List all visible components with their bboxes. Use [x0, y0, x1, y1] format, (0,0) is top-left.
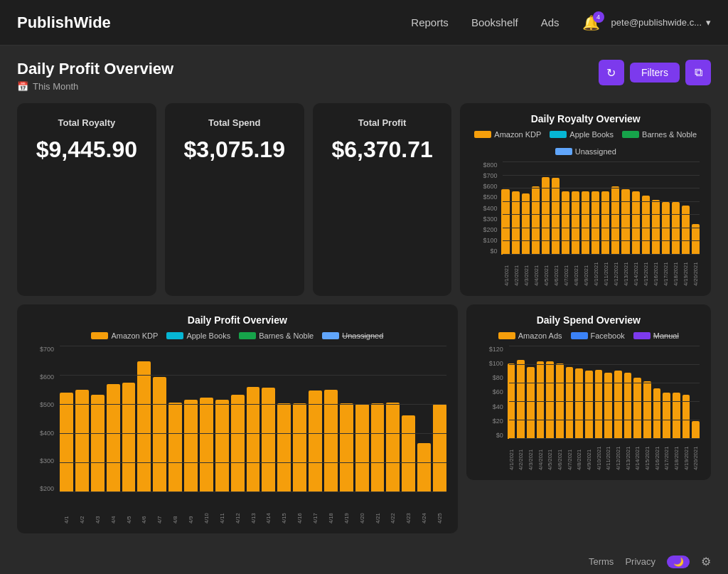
- spend-x-label: 4/14/2021: [633, 442, 641, 470]
- spend-legend-facebook: Facebook: [571, 331, 625, 340]
- nav-reports[interactable]: Reports: [411, 16, 449, 28]
- spend-y-axis: $120 $100 $80 $60 $40 $20 $0: [478, 346, 506, 439]
- spend-bar: [556, 363, 564, 439]
- spend-bar: [585, 371, 593, 439]
- spend-bar-group: [682, 346, 690, 439]
- profit-bar-group: [231, 346, 245, 492]
- profit-legend-label-barnes: Barnes & Noble: [259, 331, 314, 340]
- page-title-group: Daily Profit Overview 📅 This Month: [17, 60, 173, 92]
- royalty-x-labels: 4/1/20214/2/20214/3/20214/4/20214/5/2021…: [471, 257, 700, 286]
- total-royalty-label: Total Royalty: [33, 117, 141, 128]
- total-spend-card: Total Spend $3,075.19: [165, 103, 304, 296]
- royalty-bar: [582, 191, 589, 255]
- profit-bar: [417, 443, 431, 492]
- profit-bar-group: [324, 346, 338, 492]
- filters-button[interactable]: Filters: [630, 63, 680, 83]
- royalty-bar: [652, 200, 660, 255]
- royalty-x-label: 4/1/2021: [503, 257, 510, 286]
- spend-bar: [673, 393, 680, 440]
- spend-chart-area: $120 $100 $80 $60 $40 $20 $0 4/1/20214/2…: [478, 346, 700, 470]
- export-button[interactable]: ⧉: [685, 60, 711, 85]
- profit-x-label: 4/8: [168, 495, 182, 523]
- royalty-x-label: 4/8/2021: [572, 257, 580, 286]
- royalty-bar-group: [642, 161, 650, 255]
- nav-ads[interactable]: Ads: [541, 16, 560, 28]
- royalty-bar-group: [682, 161, 690, 255]
- spend-x-label: 4/15/2021: [643, 442, 651, 470]
- spend-bar-group: [546, 346, 554, 439]
- spend-bar: [614, 371, 622, 439]
- royalty-bar: [662, 202, 670, 255]
- total-royalty-value: $9,445.90: [33, 137, 141, 163]
- notification-bell[interactable]: 🔔 4: [582, 14, 600, 31]
- legend-barnes: Barnes & Noble: [622, 130, 697, 139]
- royalty-bar: [672, 202, 680, 255]
- legend-label-amazon: Amazon KDP: [494, 130, 541, 139]
- spend-bar: [527, 367, 535, 439]
- profit-bar: [137, 361, 151, 492]
- profit-bar-group: [371, 346, 385, 492]
- profit-bar-group: [340, 346, 353, 492]
- profit-bar-group: [293, 346, 306, 492]
- royalty-x-label: 4/6/2021: [552, 257, 560, 286]
- spend-bar: [692, 421, 700, 439]
- profit-x-label: 4/16: [293, 495, 306, 523]
- spend-bar-group: [595, 346, 603, 439]
- spend-bar-group: [633, 346, 641, 439]
- profit-bar-group: [309, 346, 322, 492]
- royalty-chart-area: $800 $700 $600 $500 $400 $300 $200 $100 …: [471, 161, 700, 286]
- profit-x-label: 4/1: [60, 495, 73, 523]
- royalty-bar-group: [611, 161, 619, 255]
- royalty-bar: [552, 178, 560, 255]
- royalty-bar-chart: $800 $700 $600 $500 $400 $300 $200 $100 …: [471, 161, 700, 272]
- spend-x-label: 4/2/2021: [517, 442, 525, 470]
- royalty-x-label: 4/14/2021: [632, 257, 640, 286]
- profit-bar-group: [168, 346, 182, 492]
- spend-x-label: 4/12/2021: [614, 442, 622, 470]
- spend-bar-group: [566, 346, 574, 439]
- profit-legend-color-amazon: [91, 332, 108, 339]
- terms-link[interactable]: Terms: [589, 556, 614, 567]
- spend-x-label: 4/4/2021: [537, 442, 545, 470]
- royalty-chart-title: Daily Royalty Overview: [471, 113, 700, 124]
- royalty-x-label: 4/17/2021: [662, 257, 670, 286]
- royalty-bar-group: [672, 161, 680, 255]
- royalty-bar-group: [592, 161, 599, 255]
- profit-x-label: 4/7: [153, 495, 166, 523]
- spend-legend-color-manual: [633, 332, 651, 339]
- settings-button[interactable]: ⚙: [701, 555, 711, 568]
- spend-bar-group: [663, 346, 670, 439]
- theme-toggle-button[interactable]: 🌙: [667, 556, 690, 568]
- spend-bar-group: [614, 346, 622, 439]
- profit-bar: [277, 403, 291, 492]
- spend-x-label: 4/3/2021: [527, 442, 535, 470]
- spend-bar-group: [604, 346, 612, 439]
- spend-x-label: 4/18/2021: [673, 442, 680, 470]
- user-email: pete@publishwide.c...: [611, 17, 702, 28]
- royalty-x-label: 4/12/2021: [612, 257, 620, 286]
- royalty-chart-legend: Amazon KDP Apple Books Barnes & Noble Un…: [471, 130, 700, 156]
- legend-label-apple: Apple Books: [569, 130, 614, 139]
- summary-grid: Total Royalty $9,445.90 Total Spend $3,0…: [17, 103, 711, 296]
- profit-x-label: 4/23: [402, 495, 415, 523]
- profit-bar: [324, 390, 338, 492]
- royalty-bar-group: [552, 161, 560, 255]
- privacy-link[interactable]: Privacy: [625, 556, 655, 567]
- spend-bar-group: [527, 346, 535, 439]
- nav-bookshelf[interactable]: Bookshelf: [471, 16, 518, 28]
- profit-chart-area: $700 $600 $500 $400 $300 $200 4/14/24/34…: [28, 346, 446, 523]
- refresh-button[interactable]: ↻: [599, 60, 624, 85]
- spend-x-label: 4/13/2021: [624, 442, 632, 470]
- royalty-bar: [611, 186, 619, 255]
- spend-bar: [508, 363, 515, 439]
- profit-bar-group: [200, 346, 213, 492]
- legend-label-unassigned: Unassigned: [575, 147, 616, 156]
- profit-bar-group: [277, 346, 291, 492]
- profit-legend-label-apple: Apple Books: [186, 331, 230, 340]
- profit-x-label: 4/15: [277, 495, 291, 523]
- profit-x-label: 4/2: [75, 495, 89, 523]
- spend-bar: [682, 395, 690, 439]
- spend-bar: [517, 360, 525, 439]
- user-menu-button[interactable]: pete@publishwide.c... ▾: [611, 17, 711, 28]
- profit-bar-group: [60, 346, 73, 492]
